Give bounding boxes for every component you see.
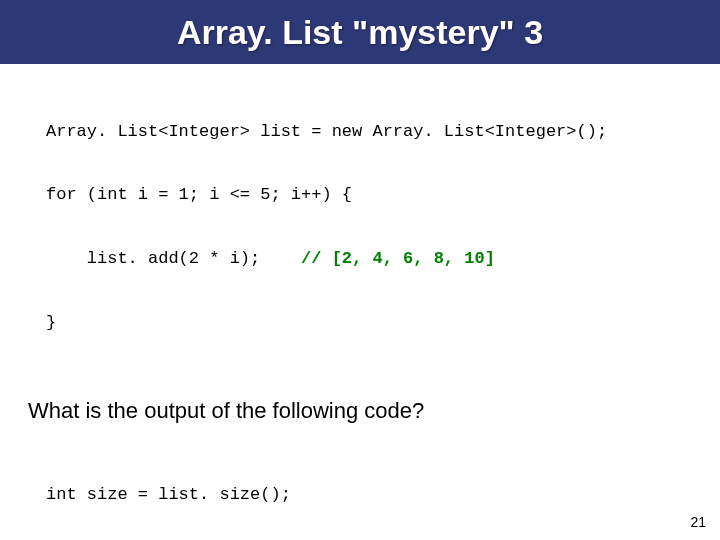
code-text: list. add(2 * i);	[46, 249, 301, 268]
content-area: Array. List<Integer> list = new Array. L…	[0, 64, 720, 540]
code-line: list. add(2 * i); // [2, 4, 6, 8, 10]	[46, 248, 692, 269]
page-number: 21	[690, 514, 706, 530]
question-text: What is the output of the following code…	[28, 398, 692, 424]
title-bar: Array. List "mystery" 3	[0, 0, 720, 64]
code-line: Array. List<Integer> list = new Array. L…	[46, 121, 692, 142]
slide-title: Array. List "mystery" 3	[177, 13, 543, 52]
code-comment: // [2, 4, 6, 8, 10]	[301, 249, 495, 268]
code-block-1: Array. List<Integer> list = new Array. L…	[46, 78, 692, 376]
code-line: for (int i = 1; i <= 5; i++) {	[46, 184, 692, 205]
code-line: int size = list. size();	[46, 484, 692, 505]
code-line: }	[46, 312, 692, 333]
code-block-2: int size = list. size(); for (int i = 0;…	[46, 442, 692, 541]
